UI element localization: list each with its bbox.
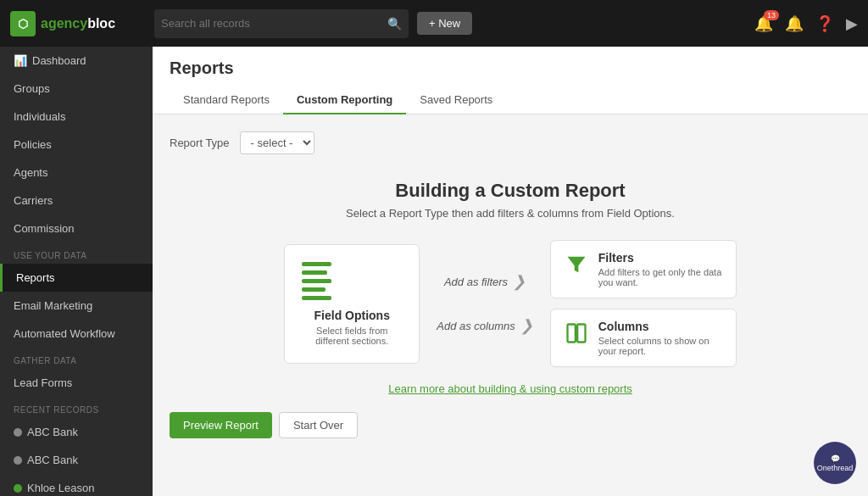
- filters-text: Filters Add filters to get only the data…: [598, 251, 722, 287]
- recent-record-1[interactable]: ABC Bank: [0, 446, 153, 474]
- tab-standard-reports[interactable]: Standard Reports: [170, 86, 283, 114]
- nav-right: 🔔 13 🔔 ❓ ▶: [754, 14, 858, 33]
- search-icon: 🔍: [387, 17, 402, 31]
- recent-records-section-label: RECENT RECORDS: [0, 397, 153, 418]
- filters-box: Filters Add filters to get only the data…: [550, 240, 737, 298]
- help-button[interactable]: ❓: [815, 14, 834, 33]
- recent-record-dot-2: [14, 484, 22, 493]
- logo-area: ⬡ agencybloc: [10, 11, 146, 36]
- alert-bell[interactable]: 🔔: [785, 14, 804, 33]
- use-your-data-section-label: USE YOUR DATA: [0, 242, 153, 264]
- sidebar-item-reports[interactable]: Reports: [0, 264, 153, 292]
- search-bar: 🔍: [154, 9, 409, 38]
- right-boxes: Filters Add filters to get only the data…: [550, 240, 737, 367]
- notification-badge: 13: [764, 10, 779, 20]
- columns-box: Columns Select columns to show on your r…: [550, 309, 737, 367]
- builder-diagram: Field Options Select fields from differe…: [170, 240, 851, 367]
- sidebar-label-email-marketing: Email Marketing: [14, 299, 92, 312]
- notification-bell[interactable]: 🔔 13: [754, 14, 773, 33]
- onethread-label: Onethread: [817, 464, 854, 472]
- content-body: Report Type - select - Building a Custom…: [153, 114, 868, 455]
- logo-text: agencybloc: [41, 16, 115, 31]
- sidebar-label-commission: Commission: [14, 222, 75, 235]
- svg-rect-0: [567, 325, 575, 343]
- recent-record-label-1: ABC Bank: [27, 454, 78, 466]
- filters-title: Filters: [598, 251, 722, 265]
- sidebar-item-policies[interactable]: Policies: [0, 131, 153, 159]
- sidebar-item-automated-workflow[interactable]: Automated Workflow: [0, 320, 153, 348]
- page-title: Reports: [170, 59, 851, 78]
- field-options-desc: Select fields from different sections.: [302, 326, 402, 346]
- field-options-icon: [302, 262, 402, 300]
- report-type-select[interactable]: - select -: [240, 131, 314, 154]
- builder-subtitle: Select a Report Type then add filters & …: [170, 207, 851, 220]
- recent-record-dot-0: [14, 428, 22, 437]
- sidebar-label-reports: Reports: [16, 271, 55, 284]
- sidebar-label-individuals: Individuals: [14, 110, 65, 123]
- onethread-icon: 💬: [831, 454, 840, 463]
- sidebar-item-individuals[interactable]: Individuals: [0, 103, 153, 131]
- top-nav: ⬡ agencybloc 🔍 + New 🔔 13 🔔 ❓ ▶: [0, 0, 868, 47]
- recent-record-label-2: Khloe Leason: [27, 482, 95, 494]
- sidebar-item-groups[interactable]: Groups: [0, 75, 153, 103]
- filters-desc: Add filters to get only the data you wan…: [598, 267, 722, 287]
- sidebar-item-agents[interactable]: Agents: [0, 159, 153, 187]
- content-header: Reports Standard Reports Custom Reportin…: [153, 47, 868, 114]
- sidebar-label-agents: Agents: [14, 166, 47, 179]
- sidebar-label-policies: Policies: [14, 138, 52, 151]
- recent-record-0[interactable]: ABC Bank: [0, 418, 153, 446]
- recent-record-2[interactable]: Khloe Leason: [0, 474, 153, 496]
- arrow-filters-icon: ❯: [513, 272, 526, 291]
- arrow-section: Add as filters ❯ Add as columns ❯: [437, 272, 533, 335]
- columns-icon: [565, 321, 588, 345]
- add-as-columns-label: Add as columns ❯: [437, 316, 533, 335]
- sidebar-label-lead-forms: Lead Forms: [14, 376, 72, 389]
- recent-record-label-0: ABC Bank: [27, 426, 78, 438]
- sidebar-label-dashboard: Dashboard: [32, 54, 86, 67]
- sidebar-item-dashboard[interactable]: 📊 Dashboard: [0, 47, 153, 75]
- columns-text: Columns Select columns to show on your r…: [598, 320, 722, 356]
- tab-saved-reports[interactable]: Saved Reports: [406, 86, 506, 114]
- field-options-title: Field Options: [302, 309, 402, 322]
- new-button[interactable]: + New: [417, 12, 472, 35]
- sidebar-label-groups: Groups: [14, 82, 50, 95]
- search-input[interactable]: [161, 17, 387, 30]
- report-type-row: Report Type - select -: [170, 131, 851, 154]
- field-options-box: Field Options Select fields from differe…: [284, 244, 420, 364]
- learn-more-link[interactable]: Learn more about building & using custom…: [170, 382, 851, 395]
- filter-icon: [565, 253, 588, 276]
- columns-desc: Select columns to show on your report.: [598, 336, 722, 356]
- arrow-columns-icon: ❯: [520, 316, 533, 335]
- sidebar: 📊 Dashboard Groups Individuals Policies …: [0, 47, 153, 496]
- user-menu[interactable]: ▶: [846, 14, 858, 33]
- svg-rect-1: [577, 325, 585, 343]
- tab-custom-reporting[interactable]: Custom Reporting: [283, 86, 406, 114]
- sidebar-item-commission[interactable]: Commission: [0, 215, 153, 242]
- sidebar-item-lead-forms[interactable]: Lead Forms: [0, 369, 153, 397]
- sidebar-label-carriers: Carriers: [14, 194, 53, 207]
- sidebar-item-carriers[interactable]: Carriers: [0, 187, 153, 215]
- report-type-label: Report Type: [170, 137, 230, 149]
- columns-title: Columns: [598, 320, 722, 333]
- content-area: Reports Standard Reports Custom Reportin…: [153, 47, 868, 496]
- builder-title: Building a Custom Report: [170, 180, 851, 202]
- builder-section: Building a Custom Report Select a Report…: [170, 180, 851, 395]
- sidebar-item-email-marketing[interactable]: Email Marketing: [0, 292, 153, 320]
- dashboard-icon: 📊: [14, 54, 27, 67]
- main-layout: 📊 Dashboard Groups Individuals Policies …: [0, 47, 868, 496]
- footer-buttons: Preview Report Start Over: [170, 412, 851, 438]
- gather-data-section-label: GATHER DATA: [0, 348, 153, 369]
- sidebar-label-automated-workflow: Automated Workflow: [14, 327, 115, 340]
- logo-icon: ⬡: [10, 11, 36, 36]
- preview-report-button[interactable]: Preview Report: [170, 412, 272, 438]
- add-as-filters-label: Add as filters ❯: [444, 272, 526, 291]
- recent-record-dot-1: [14, 456, 22, 465]
- tabs-bar: Standard Reports Custom Reporting Saved …: [170, 86, 851, 114]
- start-over-button[interactable]: Start Over: [279, 412, 358, 438]
- onethread-widget[interactable]: 💬 Onethread: [814, 442, 856, 484]
